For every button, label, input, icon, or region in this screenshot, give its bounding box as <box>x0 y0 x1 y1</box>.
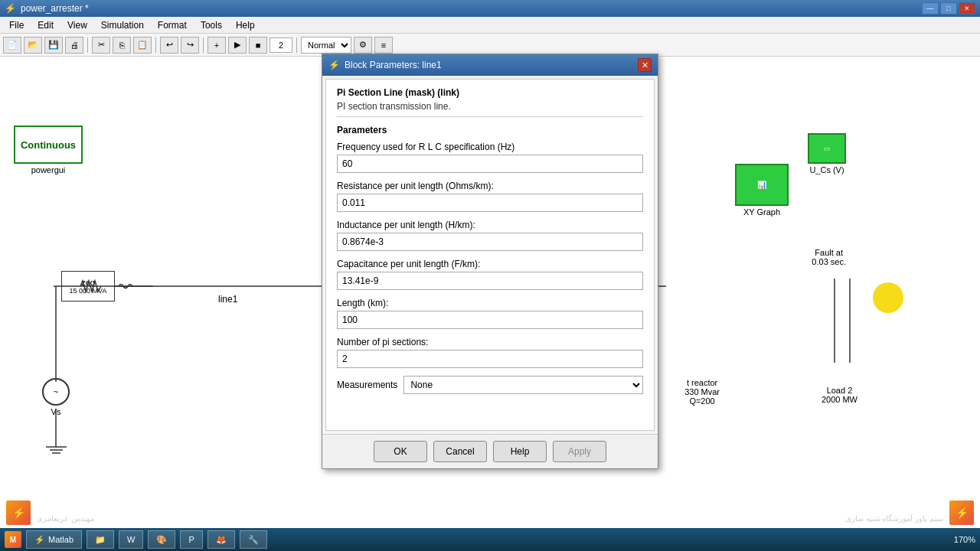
frequency-group: Frequency used for R L C specification (… <box>337 142 643 173</box>
dialog-close-button[interactable]: ✕ <box>638 58 652 72</box>
dialog-overlay: ⚡ Block Parameters: line1 ✕ Pi Section L… <box>0 0 980 551</box>
help-button[interactable]: Help <box>493 441 547 462</box>
pi-sections-input[interactable] <box>337 350 643 368</box>
capacitance-group: Capacitance per unit length (F/km): <box>337 259 643 290</box>
dialog-scroll-area[interactable]: Pi Section Line (mask) (link) PI section… <box>325 79 655 431</box>
dialog-body: Pi Section Line (mask) (link) PI section… <box>322 79 658 468</box>
frequency-input[interactable] <box>337 155 643 173</box>
measurements-select[interactable]: None All measurements <box>403 376 643 394</box>
length-label: Length (km): <box>337 298 643 308</box>
dialog-subtitle: PI section transmission line. <box>337 101 643 117</box>
dialog-section-title: Pi Section Line (mask) (link) <box>337 87 643 98</box>
resistance-label: Resistance per unit length (Ohms/km): <box>337 181 643 191</box>
inductance-group: Inductance per unit length (H/km): <box>337 220 643 251</box>
apply-button[interactable]: Apply <box>553 441 606 462</box>
measurements-label: Measurements <box>337 380 397 390</box>
block-parameters-dialog: ⚡ Block Parameters: line1 ✕ Pi Section L… <box>322 54 658 469</box>
resistance-group: Resistance per unit length (Ohms/km): <box>337 181 643 212</box>
frequency-label: Frequency used for R L C specification (… <box>337 142 643 152</box>
length-input[interactable] <box>337 311 643 329</box>
capacitance-input[interactable] <box>337 272 643 290</box>
measurements-row: Measurements None All measurements <box>337 376 643 394</box>
length-group: Length (km): <box>337 298 643 329</box>
ok-button[interactable]: OK <box>374 441 427 462</box>
dialog-buttons: OK Cancel Help Apply <box>322 434 658 468</box>
cancel-button[interactable]: Cancel <box>433 441 487 462</box>
dialog-title: Block Parameters: line1 <box>345 60 442 70</box>
dialog-titlebar: ⚡ Block Parameters: line1 ✕ <box>322 54 658 76</box>
pi-sections-label: Number of pi sections: <box>337 337 643 347</box>
inductance-label: Inductance per unit length (H/km): <box>337 220 643 230</box>
dialog-params-label: Parameters <box>337 125 643 135</box>
pi-sections-group: Number of pi sections: <box>337 337 643 368</box>
capacitance-label: Capacitance per unit length (F/km): <box>337 259 643 269</box>
resistance-input[interactable] <box>337 194 643 212</box>
dialog-icon: ⚡ <box>328 60 340 70</box>
inductance-input[interactable] <box>337 233 643 251</box>
